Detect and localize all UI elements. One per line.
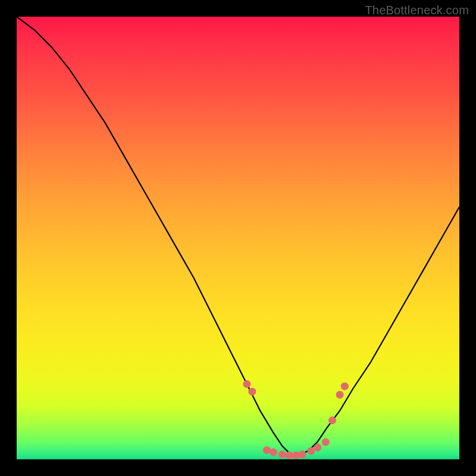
- trough-dot: [243, 380, 250, 388]
- trough-dots-group: [243, 380, 348, 459]
- trough-dot: [286, 452, 293, 459]
- trough-dot: [314, 443, 321, 451]
- trough-dot: [328, 416, 336, 424]
- trough-dot: [270, 449, 277, 456]
- chart-svg: [17, 17, 459, 459]
- app-frame: TheBottleneck.com: [0, 0, 476, 476]
- trough-dot: [341, 383, 349, 390]
- trough-dot: [278, 450, 286, 458]
- trough-dot: [307, 447, 315, 455]
- watermark-text: TheBottleneck.com: [365, 4, 469, 17]
- trough-dot: [263, 446, 271, 454]
- trough-dot: [336, 391, 344, 399]
- bottleneck-curve-line: [17, 17, 459, 455]
- trough-dot: [298, 450, 306, 458]
- chart-area: [17, 17, 459, 459]
- trough-dot: [248, 388, 256, 396]
- trough-dot: [322, 439, 330, 446]
